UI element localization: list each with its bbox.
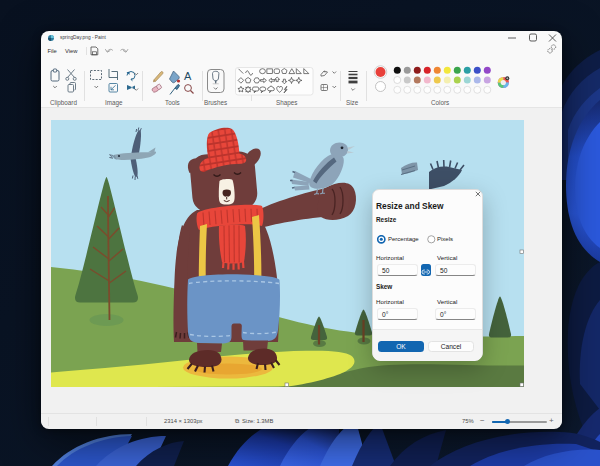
svg-text:A: A bbox=[184, 69, 192, 81]
